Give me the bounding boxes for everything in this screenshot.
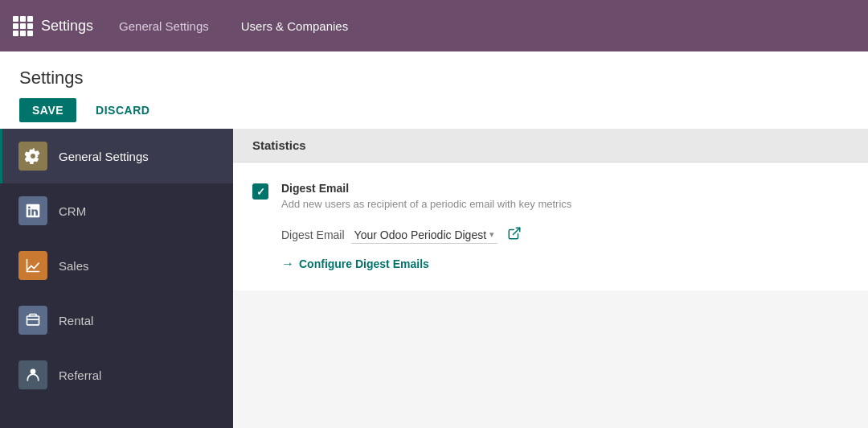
brand: Settings	[13, 16, 93, 36]
sidebar-item-crm[interactable]: CRM	[0, 183, 233, 238]
section-title: Statistics	[233, 129, 868, 163]
digest-email-row: Digest Email Your Odoo Periodic Digest ▾	[281, 226, 849, 244]
save-button[interactable]: SAVE	[19, 98, 76, 122]
grid-icon	[13, 16, 33, 36]
sidebar-label-general-settings: General Settings	[59, 150, 149, 163]
sales-icon	[18, 251, 47, 280]
brand-label: Settings	[41, 18, 93, 35]
digest-email-desc: Add new users as recipient of a periodic…	[281, 198, 571, 210]
digest-email-text: Digest Email Add new users as recipient …	[281, 182, 571, 210]
discard-button[interactable]: DISCARD	[83, 98, 162, 122]
svg-point-2	[31, 369, 36, 375]
sidebar-item-general-settings[interactable]: General Settings	[0, 129, 233, 183]
crm-icon	[18, 196, 47, 225]
svg-rect-0	[27, 316, 39, 325]
top-nav: Settings General Settings Users & Compan…	[0, 0, 868, 51]
main-layout: General Settings CRM Sales	[0, 129, 868, 428]
external-link-icon[interactable]	[507, 226, 522, 244]
sidebar-label-referral: Referral	[59, 368, 101, 382]
sidebar-label-sales: Sales	[59, 259, 89, 273]
digest-select-value: Your Odoo Periodic Digest	[354, 228, 486, 241]
general-settings-icon	[18, 142, 47, 171]
svg-line-3	[514, 228, 520, 234]
sidebar-item-sales[interactable]: Sales	[0, 238, 233, 293]
nav-users-companies[interactable]: Users & Companies	[235, 16, 354, 36]
rental-icon	[18, 306, 47, 335]
digest-email-setting: Digest Email Add new users as recipient …	[252, 182, 849, 210]
arrow-right-icon: →	[281, 257, 294, 271]
digest-email-label: Digest Email	[281, 228, 345, 241]
digest-email-checkbox[interactable]	[252, 183, 268, 200]
nav-general-settings[interactable]: General Settings	[113, 16, 215, 36]
digest-email-select[interactable]: Your Odoo Periodic Digest ▾	[351, 227, 497, 244]
digest-email-title: Digest Email	[281, 182, 571, 195]
content-area: Statistics Digest Email Add new users as…	[233, 129, 868, 428]
chevron-down-icon: ▾	[489, 229, 494, 240]
page-header: Settings SAVE DISCARD	[0, 51, 868, 129]
sidebar-item-referral[interactable]: Referral	[0, 348, 233, 402]
sidebar: General Settings CRM Sales	[0, 129, 233, 428]
configure-label: Configure Digest Emails	[299, 257, 429, 270]
digest-email-checkbox-container	[252, 183, 268, 200]
sidebar-label-rental: Rental	[59, 314, 93, 327]
action-bar: SAVE DISCARD	[19, 98, 849, 122]
sidebar-label-crm: CRM	[59, 204, 86, 218]
sidebar-item-rental[interactable]: Rental	[0, 293, 233, 348]
page-title: Settings	[19, 68, 849, 88]
configure-digest-link[interactable]: → Configure Digest Emails	[281, 257, 849, 271]
section-body: Digest Email Add new users as recipient …	[233, 163, 868, 290]
referral-icon	[18, 360, 47, 389]
